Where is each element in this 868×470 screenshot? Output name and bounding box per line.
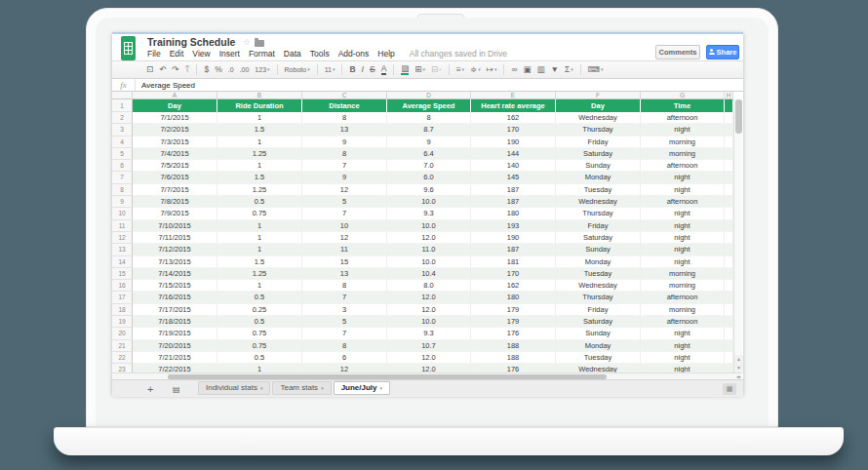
cell[interactable]: night bbox=[641, 220, 725, 232]
cell[interactable]: 6 bbox=[302, 352, 387, 364]
cell[interactable]: 176 bbox=[471, 364, 556, 372]
cell[interactable]: 145 bbox=[471, 172, 556, 183]
cell[interactable]: Distance bbox=[302, 99, 387, 112]
cell[interactable]: Thursday bbox=[556, 292, 641, 303]
bold-icon[interactable]: B bbox=[349, 65, 355, 74]
cell[interactable]: 1 bbox=[217, 137, 302, 148]
cell[interactable] bbox=[725, 172, 733, 183]
cell[interactable] bbox=[725, 292, 733, 303]
cell[interactable]: 12.0 bbox=[387, 304, 471, 316]
cell[interactable]: Tuesday bbox=[556, 184, 641, 196]
cell[interactable] bbox=[725, 364, 733, 372]
cell[interactable]: 7/7/2015 bbox=[133, 184, 217, 196]
cell[interactable]: 8.0 bbox=[387, 280, 471, 292]
number-format-icon[interactable]: 123▾ bbox=[255, 66, 269, 73]
cell[interactable]: 181 bbox=[471, 256, 556, 268]
sheets-logo-icon[interactable] bbox=[121, 36, 136, 60]
cell[interactable]: 7/4/2015 bbox=[133, 148, 217, 160]
menu-data[interactable]: Data bbox=[284, 49, 301, 59]
cell[interactable]: Ride Duration bbox=[217, 99, 302, 112]
cell[interactable]: 11.0 bbox=[387, 244, 471, 255]
folder-icon[interactable] bbox=[255, 40, 264, 47]
cell[interactable] bbox=[725, 184, 733, 196]
insert-link-icon[interactable]: ∞ bbox=[511, 65, 517, 74]
cell[interactable]: 1 bbox=[217, 160, 302, 172]
cell[interactable]: 10.0 bbox=[387, 196, 471, 208]
menu-addons[interactable]: Add-ons bbox=[338, 49, 370, 59]
cell[interactable] bbox=[725, 124, 733, 136]
column-header-D[interactable]: D bbox=[387, 92, 471, 99]
cell[interactable]: Average Speed bbox=[387, 99, 471, 112]
cell[interactable] bbox=[725, 148, 733, 160]
cell[interactable]: 176 bbox=[471, 328, 556, 339]
cell[interactable]: 0.75 bbox=[217, 328, 302, 339]
cell[interactable]: 190 bbox=[471, 137, 556, 148]
cell[interactable]: Monday bbox=[556, 172, 641, 183]
cell[interactable]: 7/9/2015 bbox=[133, 208, 217, 219]
cell[interactable]: 180 bbox=[471, 208, 556, 219]
insert-chart-icon[interactable]: ▥ bbox=[536, 65, 544, 74]
cell[interactable]: 0.5 bbox=[217, 292, 302, 303]
row-header-12[interactable]: 12 bbox=[112, 232, 133, 244]
cell[interactable]: 179 bbox=[471, 316, 556, 328]
row-header-3[interactable]: 3 bbox=[112, 124, 133, 136]
row-header-11[interactable]: 11 bbox=[112, 220, 133, 232]
cell[interactable]: 187 bbox=[471, 244, 556, 255]
cell[interactable]: 5 bbox=[302, 196, 387, 208]
strikethrough-icon[interactable]: S bbox=[370, 65, 375, 74]
row-header-18[interactable]: 18 bbox=[112, 304, 133, 316]
column-header-B[interactable]: B bbox=[217, 92, 302, 99]
cell[interactable]: Wednesday bbox=[556, 364, 641, 372]
select-all-corner[interactable] bbox=[112, 92, 133, 99]
cell[interactable]: 7/6/2015 bbox=[133, 172, 217, 183]
cell[interactable]: 7/15/2015 bbox=[133, 280, 217, 292]
cell[interactable]: 0.75 bbox=[217, 340, 302, 352]
functions-icon[interactable]: Σ▾ bbox=[565, 65, 573, 74]
cell[interactable]: 179 bbox=[471, 304, 556, 316]
cell[interactable]: 7/5/2015 bbox=[133, 160, 217, 172]
row-header-15[interactable]: 15 bbox=[112, 268, 133, 280]
cell[interactable]: 190 bbox=[471, 232, 556, 244]
cell[interactable]: 1.5 bbox=[217, 256, 302, 268]
cell[interactable]: afternoon bbox=[641, 112, 725, 124]
menu-edit[interactable]: Edit bbox=[170, 49, 184, 59]
cell[interactable] bbox=[725, 220, 733, 232]
comments-button[interactable]: Comments bbox=[655, 45, 700, 59]
cell[interactable]: 7/12/2015 bbox=[133, 244, 217, 255]
cell[interactable]: Sunday bbox=[556, 160, 641, 172]
cell[interactable]: 7/19/2015 bbox=[133, 328, 217, 339]
row-header-19[interactable]: 19 bbox=[112, 316, 133, 328]
cell[interactable]: 12 bbox=[302, 184, 387, 196]
cell[interactable]: 180 bbox=[471, 292, 556, 303]
cell[interactable]: 9.3 bbox=[387, 328, 471, 339]
percent-format-icon[interactable]: % bbox=[215, 65, 222, 74]
row-header-8[interactable]: 8 bbox=[112, 184, 133, 196]
cell[interactable]: Thursday bbox=[556, 208, 641, 219]
cell[interactable]: 1 bbox=[217, 244, 302, 255]
cell[interactable]: 10.0 bbox=[387, 256, 471, 268]
cell[interactable]: 1 bbox=[217, 112, 302, 124]
cell[interactable]: afternoon bbox=[641, 316, 725, 328]
star-icon[interactable]: ☆ bbox=[243, 37, 251, 47]
merge-cells-icon[interactable]: ⊟▾ bbox=[431, 65, 442, 74]
print-icon[interactable]: ⊡ bbox=[146, 65, 153, 74]
cell[interactable]: night bbox=[641, 328, 725, 339]
fill-color-icon[interactable]: ▨ bbox=[401, 64, 409, 75]
cell[interactable]: 1 bbox=[217, 232, 302, 244]
cell[interactable] bbox=[725, 112, 733, 124]
cell[interactable]: night bbox=[641, 184, 725, 196]
cell[interactable]: morning bbox=[641, 304, 725, 316]
cell[interactable]: night bbox=[641, 256, 725, 268]
cell[interactable]: 10 bbox=[302, 220, 387, 232]
cell[interactable]: 10.4 bbox=[387, 268, 471, 280]
cell[interactable] bbox=[725, 256, 733, 268]
cell[interactable]: 1.5 bbox=[217, 172, 302, 183]
horizontal-scrollbar[interactable]: ◂▸ bbox=[112, 372, 742, 379]
cell[interactable] bbox=[725, 304, 733, 316]
cell[interactable]: 1 bbox=[217, 280, 302, 292]
cell[interactable]: 0.5 bbox=[217, 352, 302, 364]
row-header-2[interactable]: 2 bbox=[112, 112, 133, 124]
cell[interactable]: Monday bbox=[556, 340, 641, 352]
cell[interactable]: 162 bbox=[471, 112, 556, 124]
sheet-tab-junejuly[interactable]: June/July▾ bbox=[334, 381, 390, 395]
